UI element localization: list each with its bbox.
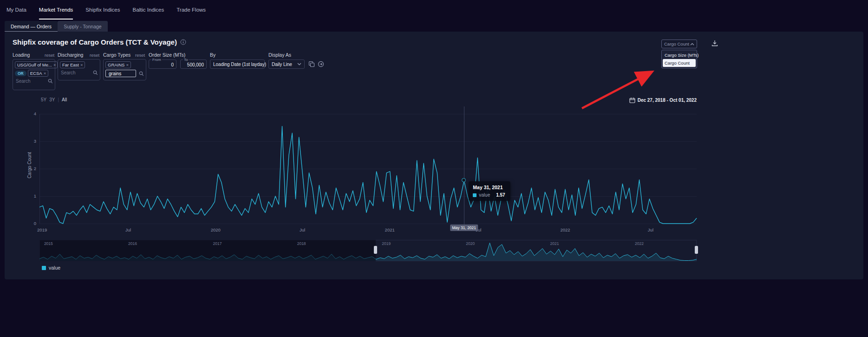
navigator-year-label: 2020: [466, 241, 475, 246]
nav-item-shipfix-indices[interactable]: Shipfix Indices: [85, 0, 120, 20]
main-line-chart[interactable]: [39, 114, 697, 224]
discharging-label: Discharging: [58, 52, 83, 58]
or-operator-badge: OR: [15, 71, 26, 76]
arrow-circle-icon: [318, 61, 324, 67]
y-axis-tick-label: 2: [22, 166, 36, 171]
cargo-types-reset-button[interactable]: reset: [135, 53, 145, 58]
app-root: My Data Market Trends Shipfix Indices Ba…: [0, 0, 868, 337]
tooltip-value: 1.57: [496, 192, 505, 198]
crosshair-line: [464, 106, 464, 225]
x-axis-tick-label: 2019: [37, 227, 47, 232]
gridline: [39, 224, 697, 224]
order-size-from-field: From: [149, 59, 176, 69]
by-select[interactable]: Loading Date (1st layday): [210, 59, 265, 69]
remove-tag-icon[interactable]: ×: [53, 62, 56, 67]
navigator-year-label: 2016: [128, 241, 137, 246]
loading-filter-box: USG/Gulf of Me... × OR ECSA ×: [13, 59, 55, 90]
tab-supply-tonnage[interactable]: Supply - Tonnage: [58, 21, 108, 32]
loading-tag-usg[interactable]: USG/Gulf of Me... ×: [15, 61, 58, 68]
copy-icon: [308, 61, 315, 67]
x-axis-tick-label: Jul: [648, 227, 653, 232]
order-size-to-input[interactable]: [181, 61, 206, 69]
discharging-tag-label: Far East: [62, 62, 79, 67]
range-buttons: 5Y 3Y | All: [41, 97, 67, 102]
range-3y-button[interactable]: 3Y: [49, 97, 55, 102]
cargo-types-tag-label: GRAINS: [108, 62, 124, 67]
x-axis-tick-label: 2022: [560, 227, 570, 232]
nav-item-trade-flows[interactable]: Trade Flows: [176, 0, 206, 20]
to-label: To: [183, 58, 189, 62]
order-size-label: Order Size (MTs): [149, 52, 185, 58]
chevron-down-icon: [297, 63, 301, 66]
range-5y-button[interactable]: 5Y: [41, 97, 46, 102]
legend-marker: [42, 266, 46, 270]
copy-chart-button[interactable]: [308, 61, 315, 68]
open-chart-button[interactable]: [318, 61, 325, 68]
crosshair-axis-label: May 31, 2021: [450, 225, 478, 231]
download-button[interactable]: [711, 40, 718, 47]
search-icon: [48, 79, 53, 84]
y-axis-title: Cargo Count: [27, 145, 32, 186]
date-range-text: Dec 27, 2018 - Oct 01, 2022: [638, 98, 697, 103]
loading-tag-ecsa[interactable]: ECSA ×: [28, 70, 48, 77]
chevron-up-icon: [690, 43, 694, 46]
display-as-select-value: Daily Line: [272, 62, 292, 67]
y-axis-tick-label: 0: [22, 221, 36, 226]
navigator-year-label: 2015: [44, 241, 53, 246]
main-series-line: [39, 126, 697, 224]
cargo-types-search-input[interactable]: [108, 71, 134, 77]
navigator-unselected-overlay: [39, 240, 376, 261]
top-navigation: My Data Market Trends Shipfix Indices Ba…: [0, 0, 868, 20]
info-icon[interactable]: [180, 39, 186, 45]
cargo-types-label: Cargo Types: [103, 52, 131, 58]
display-as-select[interactable]: Daily Line: [268, 59, 305, 69]
tooltip-date: May 31, 2021: [473, 185, 506, 190]
order-size-from-input[interactable]: [149, 61, 176, 69]
nav-item-my-data[interactable]: My Data: [7, 0, 26, 20]
by-select-value: Loading Date (1st layday): [213, 62, 266, 67]
remove-tag-icon[interactable]: ×: [80, 62, 83, 67]
y-axis-tick-label: 3: [22, 139, 36, 144]
metric-option-cargo-size[interactable]: Cargo Size (MTs): [663, 51, 696, 59]
metric-select-value: Cargo Count: [664, 41, 689, 46]
metric-select[interactable]: Cargo Count: [661, 40, 697, 48]
y-axis-tick-label: 1: [22, 193, 36, 198]
metric-dropdown-menu: Cargo Size (MTs) Cargo Count: [661, 50, 697, 68]
metric-option-cargo-count[interactable]: Cargo Count: [663, 59, 696, 67]
sub-tabs: Demand — Orders Supply - Tonnage: [5, 21, 108, 32]
nav-item-market-trends[interactable]: Market Trends: [39, 0, 73, 20]
nav-item-baltic-indices[interactable]: Baltic Indices: [132, 0, 164, 20]
search-icon: [139, 71, 144, 76]
search-icon: [93, 70, 98, 75]
cargo-types-tag-grains[interactable]: GRAINS ×: [105, 61, 131, 68]
remove-tag-icon[interactable]: ×: [126, 62, 129, 67]
navigator-year-label: 2022: [635, 241, 644, 246]
y-axis-tick-label: 4: [22, 111, 36, 116]
x-axis-tick-label: 2021: [385, 227, 395, 232]
loading-search-input[interactable]: [15, 78, 44, 84]
discharging-tag-far-east[interactable]: Far East ×: [60, 61, 85, 68]
loading-tag-usg-label: USG/Gulf of Me...: [17, 62, 52, 67]
x-axis-tick-label: Jul: [125, 227, 131, 232]
x-axis-tick-label: Jul: [300, 227, 305, 232]
calendar-icon: [629, 97, 635, 103]
tooltip-series-marker: [473, 193, 476, 197]
tab-demand-orders[interactable]: Demand — Orders: [5, 21, 58, 32]
loading-reset-button[interactable]: reset: [45, 53, 54, 58]
cargo-types-filter-box: GRAINS ×: [103, 59, 146, 80]
navigator-left-handle[interactable]: [374, 246, 377, 254]
navigator-year-label: 2019: [382, 241, 391, 246]
discharging-search-input[interactable]: [60, 70, 89, 76]
remove-tag-icon[interactable]: ×: [44, 71, 46, 76]
range-all-button[interactable]: All: [62, 97, 67, 102]
page-title: Shipfix coverage of Cargo Orders (TCT & …: [13, 38, 177, 46]
navigator-right-handle[interactable]: [695, 246, 698, 254]
by-label: By: [210, 52, 215, 58]
download-icon: [711, 40, 718, 47]
date-range-picker[interactable]: Dec 27, 2018 - Oct 01, 2022: [629, 97, 697, 103]
legend-item-value[interactable]: value: [42, 265, 60, 271]
navigator-year-label: 2018: [297, 241, 306, 246]
discharging-reset-button[interactable]: reset: [90, 53, 99, 58]
tooltip-series-name: value: [479, 192, 490, 198]
order-size-to-field: To: [180, 59, 207, 69]
